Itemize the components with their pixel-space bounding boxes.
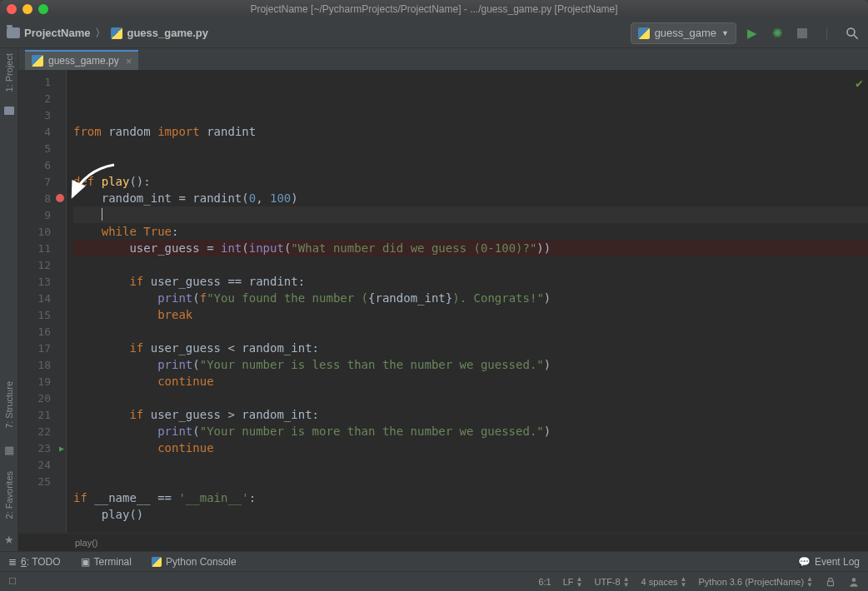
gutter-line[interactable]: 17 [18, 340, 66, 356]
code-line[interactable] [73, 390, 868, 406]
left-tool-stripe: 1: Project 7: Structure ▦ 2: Favorites ★ [0, 48, 18, 551]
tool-python-console[interactable]: Python Console [152, 556, 237, 568]
code-line[interactable] [73, 156, 868, 173]
zoom-window-button[interactable] [38, 4, 48, 14]
code-editor[interactable]: 1234567891011121314151617181920212223▶24… [18, 70, 868, 533]
svg-point-3 [852, 578, 856, 582]
gutter-line[interactable]: 9 [18, 206, 66, 223]
gutter-line[interactable]: 6 [18, 156, 66, 173]
gutter-line[interactable]: 14 [18, 290, 66, 306]
breadcrumb-project-label: ProjectName [24, 27, 90, 39]
editor-tab[interactable]: guess_game.py × [25, 50, 138, 70]
code-line[interactable] [73, 473, 868, 489]
structure-icon: ▦ [4, 444, 14, 456]
tool-event-log[interactable]: 💬 Event Log [798, 556, 860, 568]
tool-todo[interactable]: ≣ 6: TODO [8, 556, 61, 568]
gutter-line[interactable]: 5 [18, 140, 66, 156]
terminal-icon: ▣ [81, 556, 90, 568]
code-line[interactable]: if user_guess > random_int: [73, 406, 868, 423]
close-tab-icon[interactable]: × [124, 55, 134, 67]
search-everywhere-button[interactable] [843, 24, 861, 42]
code-pane[interactable]: ✔ from random import randintdef play(): … [67, 70, 868, 533]
gutter-line[interactable]: 20 [18, 390, 66, 406]
code-line[interactable]: break [73, 306, 868, 323]
interpreter[interactable]: Python 3.6 (ProjectName)▲▼ [699, 576, 813, 588]
code-line[interactable]: user_guess = int(input("What number did … [73, 240, 868, 256]
tool-favorites[interactable]: 2: Favorites [4, 471, 14, 519]
chevron-right-icon: 〉 [95, 26, 106, 41]
gutter-line[interactable]: 3 [18, 107, 66, 123]
gutter-line[interactable]: 12 [18, 256, 66, 273]
stop-button[interactable] [793, 24, 811, 42]
code-line[interactable]: from random import randint [73, 123, 868, 140]
code-line[interactable]: continue [73, 373, 868, 390]
toolwindow-toggle-icon[interactable]: ☐ [8, 576, 17, 586]
gutter-line[interactable]: 23▶ [18, 440, 66, 456]
svg-line-1 [854, 35, 858, 39]
readonly-toggle-icon[interactable] [825, 576, 836, 588]
close-window-button[interactable] [7, 4, 17, 14]
gutter-line[interactable]: 8 [18, 190, 66, 206]
gutter-line[interactable]: 18 [18, 356, 66, 373]
gutter-line[interactable]: 22 [18, 423, 66, 440]
line-separator[interactable]: LF▲▼ [563, 576, 583, 588]
breakpoint-icon[interactable] [56, 194, 64, 202]
gutter-line[interactable]: 7 [18, 173, 66, 190]
star-icon: ★ [4, 534, 14, 546]
run-config-selector[interactable]: guess_game ▼ [631, 22, 736, 44]
gutter-line[interactable]: 4 [18, 123, 66, 140]
gutter-line[interactable]: 1 [18, 73, 66, 90]
status-bar: ☐ 6:1 LF▲▼ UTF-8▲▼ 4 spaces▲▼ Python 3.6… [0, 571, 868, 591]
tool-structure-label: 7: Structure [4, 381, 14, 429]
gutter-line[interactable]: 24 [18, 456, 66, 473]
code-line[interactable]: def play(): [73, 173, 868, 190]
file-encoding[interactable]: UTF-8▲▼ [594, 576, 629, 588]
debug-button[interactable]: ✺ [768, 24, 786, 42]
bottom-tool-bar: ≣ 6: TODO ▣ Terminal Python Console 💬 Ev… [0, 551, 868, 571]
code-line[interactable]: print("Your number is less than the numb… [73, 356, 868, 373]
gutter-line[interactable]: 2 [18, 90, 66, 107]
tool-pyconsole-label: Python Console [166, 556, 237, 568]
code-line[interactable]: play() [73, 506, 868, 523]
gutter-line[interactable]: 10 [18, 223, 66, 240]
code-line[interactable] [73, 523, 868, 533]
code-line[interactable]: if user_guess == randint: [73, 273, 868, 290]
gutter-line[interactable]: 25 [18, 473, 66, 489]
gutter-line[interactable]: 16 [18, 323, 66, 340]
gutter-line[interactable]: 11 [18, 240, 66, 256]
code-line[interactable]: print("Your number is more than the numb… [73, 423, 868, 440]
caret-position[interactable]: 6:1 [538, 577, 551, 587]
python-file-icon [638, 27, 650, 39]
gutter[interactable]: 1234567891011121314151617181920212223▶24… [18, 70, 67, 533]
svg-point-0 [847, 28, 855, 36]
minimize-window-button[interactable] [22, 4, 32, 14]
gutter-line[interactable]: 13 [18, 273, 66, 290]
code-line[interactable] [73, 206, 868, 223]
breadcrumb-project[interactable]: ProjectName [7, 27, 90, 39]
tool-project[interactable]: 1: Project [4, 53, 14, 92]
tool-terminal-label: Terminal [94, 556, 132, 568]
run-button[interactable]: ▶ [743, 24, 761, 42]
function-breadcrumb-label: play() [75, 538, 98, 548]
code-line[interactable]: continue [73, 440, 868, 456]
indent-settings[interactable]: 4 spaces▲▼ [641, 576, 687, 588]
hector-icon[interactable] [848, 576, 860, 588]
function-breadcrumb[interactable]: play() [18, 533, 868, 551]
gutter-line[interactable]: 21 [18, 406, 66, 423]
run-gutter-icon[interactable]: ▶ [59, 444, 64, 453]
code-line[interactable]: if user_guess < random_int: [73, 340, 868, 356]
list-icon: ≣ [8, 556, 17, 568]
code-line[interactable]: print(f"You found the number ({random_in… [73, 290, 868, 306]
code-line[interactable]: while True: [73, 223, 868, 240]
code-line[interactable] [73, 256, 868, 273]
gutter-line[interactable]: 19 [18, 373, 66, 390]
code-line[interactable] [73, 140, 868, 156]
tool-terminal[interactable]: ▣ Terminal [81, 556, 132, 568]
breadcrumb-file[interactable]: guess_game.py [111, 27, 208, 39]
code-line[interactable] [73, 456, 868, 473]
code-line[interactable]: random_int = randint(0, 100) [73, 190, 868, 206]
tool-structure[interactable]: 7: Structure [4, 381, 14, 429]
code-line[interactable] [73, 323, 868, 340]
code-line[interactable]: if __name__ == '__main__': [73, 489, 868, 506]
gutter-line[interactable]: 15 [18, 306, 66, 323]
